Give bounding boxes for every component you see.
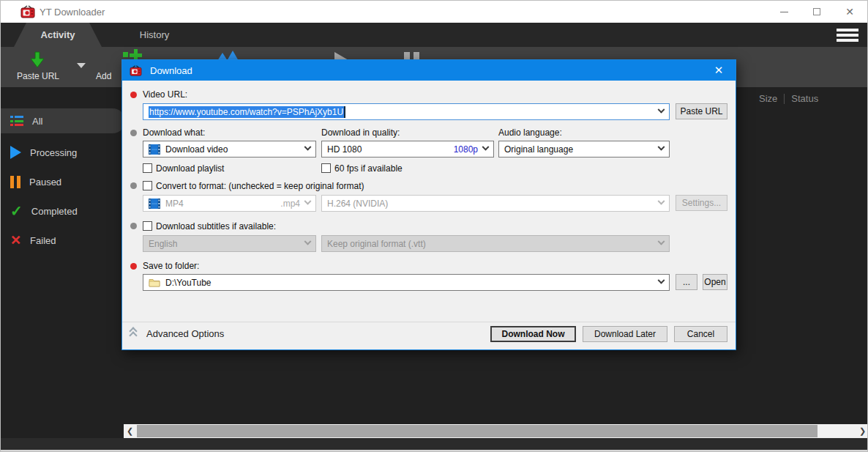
download-playlist-label: Download playlist bbox=[156, 163, 224, 174]
sidebar-all-label: All bbox=[32, 116, 42, 127]
advanced-options-toggle[interactable]: Advanced Options bbox=[146, 328, 224, 339]
optional-bullet bbox=[130, 130, 137, 136]
video-url-label: Video URL: bbox=[143, 89, 187, 100]
tab-bar: Activity History bbox=[1, 23, 867, 47]
close-button[interactable]: ✕ bbox=[837, 1, 862, 23]
chevron-down-icon[interactable] bbox=[658, 106, 665, 114]
list-column-headers: Size Status bbox=[759, 93, 818, 104]
scroll-right-arrow[interactable]: ❯ bbox=[856, 424, 868, 438]
folder-icon bbox=[149, 278, 160, 287]
sidebar-processing-label: Processing bbox=[30, 147, 77, 158]
status-strip bbox=[1, 438, 867, 450]
pause-icon bbox=[10, 176, 20, 188]
sidebar-item-failed[interactable]: ✕ Failed bbox=[1, 228, 125, 253]
chevron-down-icon bbox=[658, 198, 665, 205]
60fps-checkbox[interactable] bbox=[321, 163, 331, 173]
scroll-left-arrow[interactable]: ❮ bbox=[124, 424, 136, 438]
paste-url-button[interactable]: Paste URL bbox=[676, 103, 727, 119]
chevron-up-double-icon[interactable] bbox=[130, 328, 141, 338]
save-folder-label: Save to folder: bbox=[143, 261, 199, 271]
sidebar-failed-label: Failed bbox=[30, 235, 56, 246]
add-icon-partial bbox=[123, 52, 128, 57]
maximize-icon bbox=[813, 8, 820, 15]
toolbar-paste-url-button[interactable]: Paste URL bbox=[17, 71, 59, 81]
scrollbar-thumb[interactable] bbox=[137, 425, 818, 437]
chevron-down-icon[interactable] bbox=[658, 144, 665, 151]
subtitles-checkbox[interactable] bbox=[143, 221, 152, 231]
sidebar-item-paused[interactable]: Paused bbox=[1, 169, 125, 194]
audio-language-combobox[interactable]: Original language bbox=[498, 141, 670, 158]
required-bullet bbox=[130, 263, 137, 270]
sidebar-paused-label: Paused bbox=[29, 177, 61, 188]
check-icon: ✓ bbox=[10, 206, 23, 216]
chevron-down-icon[interactable] bbox=[658, 277, 665, 284]
column-header-size[interactable]: Size bbox=[759, 93, 777, 104]
chevron-down-icon bbox=[304, 238, 312, 245]
tab-history[interactable]: History bbox=[114, 23, 195, 47]
download-later-button[interactable]: Download Later bbox=[583, 326, 667, 342]
sidebar-item-processing[interactable]: Processing bbox=[1, 140, 125, 165]
minimize-button[interactable] bbox=[771, 1, 796, 23]
maximize-button[interactable] bbox=[804, 1, 829, 23]
toolbar-add-button[interactable]: Add bbox=[96, 71, 111, 81]
dialog-close-button[interactable]: ✕ bbox=[708, 60, 730, 81]
column-header-status[interactable]: Status bbox=[791, 93, 818, 104]
optional-bullet bbox=[130, 182, 137, 189]
convert-format-ext: .mp4 bbox=[280, 199, 300, 209]
browse-folder-button[interactable]: ... bbox=[676, 274, 697, 290]
download-now-button[interactable]: Download Now bbox=[490, 326, 576, 342]
cancel-button[interactable]: Cancel bbox=[674, 326, 727, 342]
chevron-down-icon bbox=[658, 238, 665, 245]
menu-button[interactable] bbox=[837, 28, 858, 42]
codec-value: H.264 (NVIDIA) bbox=[327, 199, 388, 209]
download-what-combobox[interactable]: Download video bbox=[143, 141, 316, 158]
convert-format-checkbox[interactable] bbox=[143, 181, 152, 190]
audio-language-label: Audio language: bbox=[498, 127, 562, 138]
green-down-arrow-icon bbox=[29, 51, 46, 69]
footer-divider bbox=[122, 322, 736, 322]
header-divider bbox=[784, 94, 785, 104]
chevron-down-icon bbox=[304, 198, 312, 205]
sidebar-item-all[interactable]: All bbox=[1, 108, 125, 133]
60fps-label: 60 fps if available bbox=[334, 163, 403, 174]
subtitles-label: Download subtitles if available: bbox=[156, 221, 276, 231]
subtitle-format-value: Keep original format (.vtt) bbox=[327, 239, 426, 249]
subtitle-format-combobox: Keep original format (.vtt) bbox=[321, 235, 670, 252]
settings-button: Settings... bbox=[676, 195, 727, 211]
dialog-title: Download bbox=[150, 65, 192, 76]
film-icon bbox=[149, 144, 160, 155]
dialog-titlebar: Download ✕ bbox=[122, 60, 736, 81]
minimize-icon bbox=[780, 12, 788, 12]
sidebar-item-completed[interactable]: ✓ Completed bbox=[1, 199, 125, 223]
quality-label: Download in quality: bbox=[321, 127, 400, 138]
horizontal-scrollbar[interactable]: ❮ ❯ bbox=[124, 424, 868, 438]
list-icon bbox=[10, 116, 23, 126]
optional-bullet bbox=[130, 223, 137, 229]
window-titlebar: YT Downloader ✕ bbox=[1, 1, 867, 23]
audio-language-value: Original language bbox=[504, 144, 573, 155]
open-folder-button[interactable]: Open bbox=[703, 274, 727, 290]
download-what-value: Download video bbox=[165, 144, 228, 155]
save-folder-value: D:\YouTube bbox=[165, 278, 212, 288]
close-icon: ✕ bbox=[845, 7, 854, 17]
convert-format-value: MP4 bbox=[165, 199, 184, 209]
chevron-down-icon[interactable] bbox=[482, 144, 490, 151]
x-icon: ✕ bbox=[10, 235, 21, 245]
quality-combobox[interactable]: HD 1080 1080p bbox=[321, 141, 494, 158]
quality-value: HD 1080 bbox=[327, 144, 362, 155]
codec-combobox: H.264 (NVIDIA) bbox=[321, 195, 670, 212]
convert-format-label: Convert to format: (unchecked = keep ori… bbox=[156, 181, 364, 191]
save-folder-combobox[interactable]: D:\YouTube bbox=[143, 274, 670, 291]
download-playlist-checkbox[interactable] bbox=[143, 163, 152, 173]
tab-activity[interactable]: Activity bbox=[14, 23, 102, 47]
chevron-down-icon[interactable] bbox=[304, 144, 312, 151]
subtitle-language-value: English bbox=[149, 239, 177, 249]
dialog-tv-icon bbox=[130, 65, 142, 76]
play-icon bbox=[10, 146, 21, 159]
video-url-combobox[interactable]: https://www.youtube.com/watch?v=PSPhAjXy… bbox=[143, 103, 670, 120]
app-tv-icon bbox=[20, 5, 35, 18]
subtitle-language-combobox: English bbox=[143, 235, 316, 252]
paste-url-dropdown-caret[interactable] bbox=[77, 63, 86, 68]
download-what-label: Download what: bbox=[143, 127, 205, 138]
video-url-value[interactable]: https://www.youtube.com/watch?v=PSPhAjXy… bbox=[149, 106, 345, 118]
